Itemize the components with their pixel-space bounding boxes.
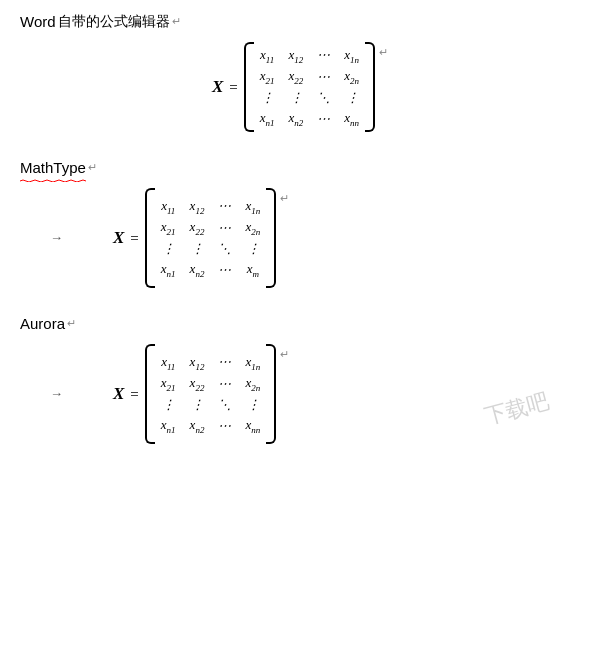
mathtype-formula-return: ↵: [280, 192, 289, 205]
au-cell-r4c4: xnn: [245, 417, 260, 435]
word-matrix-grid: x11 x12 ⋯ x1n x21 x22 ⋯ x2n ⋮ ⋮ ⋱ ⋮ xn1 …: [258, 43, 361, 132]
aurora-title-line: Aurora ↵: [20, 312, 580, 336]
cell-r1c4: x1n: [344, 47, 359, 65]
word-matrix-x: X: [212, 77, 223, 97]
word-return: ↵: [172, 13, 181, 31]
mt-cell-r3c4: ⋮: [247, 241, 259, 257]
cell-r4c4: xnn: [344, 110, 359, 128]
cell-r3c1: ⋮: [261, 90, 273, 106]
au-cell-r2c4: x2n: [245, 375, 260, 393]
word-rparen: [365, 42, 375, 132]
cell-r2c1: x21: [260, 68, 275, 86]
cell-r4c2: xn2: [289, 110, 304, 128]
mt-cell-r2c1: x21: [161, 219, 176, 237]
cell-r2c3: ⋯: [317, 69, 330, 85]
mathtype-lparen: [145, 188, 155, 288]
mt-cell-r3c2: ⋮: [191, 241, 203, 257]
word-chinese: 自带的公式编辑器: [58, 11, 170, 33]
cell-r1c1: x11: [260, 47, 274, 65]
mathtype-rparen: [266, 188, 276, 288]
au-cell-r3c2: ⋮: [191, 397, 203, 413]
aurora-section: Aurora ↵ → X = x11 x12 ⋯ x1n x21 x22 ⋯ x…: [20, 312, 580, 444]
au-cell-r2c3: ⋯: [218, 376, 231, 392]
mathtype-return: ↵: [88, 159, 97, 177]
aurora-return: ↵: [67, 315, 76, 333]
aurora-lparen: [145, 344, 155, 444]
au-cell-r4c3: ⋯: [218, 418, 231, 434]
mathtype-matrix-x: X: [113, 228, 124, 248]
mathtype-formula-area: → X = x11 x12 ⋯ x1n x21 x22 ⋯ x2n ⋮ ⋮ ⋱ …: [20, 188, 580, 288]
mathtype-section: MathType ↵ → X = x11 x12 ⋯ x1n x21 x22 ⋯…: [20, 156, 580, 288]
au-cell-r1c4: x1n: [245, 354, 260, 372]
au-cell-r2c1: x21: [161, 375, 176, 393]
mathtype-arrow: →: [50, 230, 63, 246]
mt-cell-r2c3: ⋯: [218, 220, 231, 236]
word-equals: =: [229, 79, 237, 96]
aurora-formula-return: ↵: [280, 348, 289, 361]
au-cell-r1c1: x11: [161, 354, 175, 372]
cell-r4c3: ⋯: [317, 111, 330, 127]
aurora-matrix: X = x11 x12 ⋯ x1n x21 x22 ⋯ x2n ⋮ ⋮ ⋱ ⋮ …: [113, 344, 276, 444]
mathtype-title-line: MathType ↵: [20, 156, 580, 180]
mt-cell-r4c1: xn1: [161, 261, 176, 279]
mt-cell-r2c2: x22: [190, 219, 205, 237]
cell-r1c2: x12: [289, 47, 304, 65]
aurora-label: Aurora: [20, 312, 65, 336]
word-formula-area: X = x11 x12 ⋯ x1n x21 x22 ⋯ x2n ⋮ ⋮ ⋱ ⋮ …: [20, 42, 580, 132]
mt-cell-r1c4: x1n: [245, 198, 260, 216]
au-cell-r3c1: ⋮: [162, 397, 174, 413]
cell-r2c4: x2n: [344, 68, 359, 86]
cell-r4c1: xn1: [260, 110, 275, 128]
word-matrix: X = x11 x12 ⋯ x1n x21 x22 ⋯ x2n ⋮ ⋮ ⋱ ⋮ …: [212, 42, 375, 132]
aurora-matrix-grid: x11 x12 ⋯ x1n x21 x22 ⋯ x2n ⋮ ⋮ ⋱ ⋮ xn1 …: [159, 350, 262, 439]
au-cell-r1c3: ⋯: [218, 354, 231, 370]
mt-cell-r1c1: x11: [161, 198, 175, 216]
aurora-matrix-x: X: [113, 384, 124, 404]
aurora-arrow: →: [50, 386, 63, 402]
mt-cell-r4c2: xn2: [190, 261, 205, 279]
au-cell-r4c2: xn2: [190, 417, 205, 435]
mathtype-equals: =: [130, 230, 138, 247]
mt-cell-r1c2: x12: [190, 198, 205, 216]
au-cell-r2c2: x22: [190, 375, 205, 393]
word-lparen: [244, 42, 254, 132]
word-label: Word: [20, 10, 56, 34]
cell-r1c3: ⋯: [317, 47, 330, 63]
mathtype-matrix-grid: x11 x12 ⋯ x1n x21 x22 ⋯ x2n ⋮ ⋮ ⋱ ⋮ xn1 …: [159, 194, 262, 283]
word-formula-return: ↵: [379, 46, 388, 59]
au-cell-r1c2: x12: [190, 354, 205, 372]
au-cell-r3c3: ⋱: [218, 397, 231, 413]
cell-r3c4: ⋮: [346, 90, 358, 106]
au-cell-r4c1: xn1: [161, 417, 176, 435]
word-title-line: Word 自带的公式编辑器 ↵: [20, 10, 580, 34]
mt-cell-r2c4: x2n: [245, 219, 260, 237]
cell-r3c3: ⋱: [317, 90, 330, 106]
mathtype-matrix: X = x11 x12 ⋯ x1n x21 x22 ⋯ x2n ⋮ ⋮ ⋱ ⋮ …: [113, 188, 276, 288]
aurora-formula-area: → X = x11 x12 ⋯ x1n x21 x22 ⋯ x2n ⋮ ⋮ ⋱ …: [20, 344, 580, 444]
mt-cell-r4c4: xm: [247, 261, 259, 279]
au-cell-r3c4: ⋮: [247, 397, 259, 413]
mt-cell-r4c3: ⋯: [218, 262, 231, 278]
mt-cell-r1c3: ⋯: [218, 198, 231, 214]
mt-cell-r3c1: ⋮: [162, 241, 174, 257]
aurora-rparen: [266, 344, 276, 444]
mt-cell-r3c3: ⋱: [218, 241, 231, 257]
cell-r3c2: ⋮: [290, 90, 302, 106]
word-section: Word 自带的公式编辑器 ↵ X = x11 x12 ⋯ x1n x21 x2…: [20, 10, 580, 132]
mathtype-label: MathType: [20, 156, 86, 180]
aurora-equals: =: [130, 386, 138, 403]
cell-r2c2: x22: [289, 68, 304, 86]
